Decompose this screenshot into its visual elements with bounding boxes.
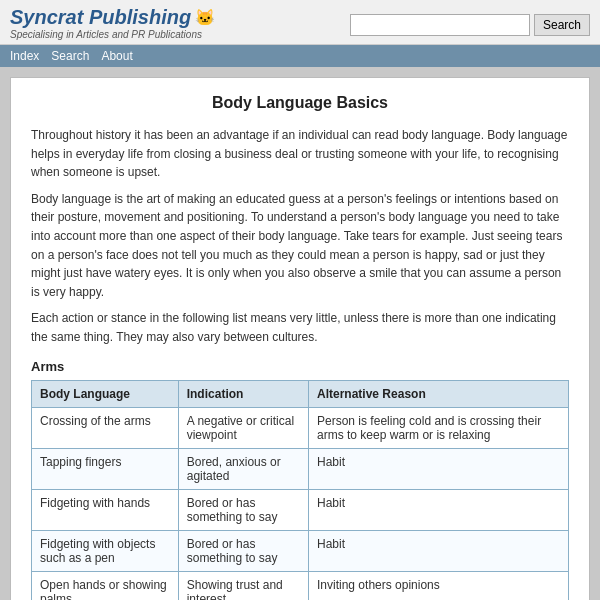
search-input[interactable]: [350, 14, 530, 36]
logo-brand-text: Publishing: [89, 6, 191, 28]
table-row: Open hands or showing palmsShowing trust…: [32, 571, 569, 600]
logo-subtitle: Specialising in Articles and PR Publicat…: [10, 29, 215, 40]
cell-body-language: Fidgeting with hands: [32, 489, 179, 530]
table-row: Fidgeting with handsBored or has somethi…: [32, 489, 569, 530]
cell-body-language: Fidgeting with objects such as a pen: [32, 530, 179, 571]
cell-indication: Bored, anxious or agitated: [178, 448, 308, 489]
navbar: Index Search About: [0, 45, 600, 67]
cell-alternative: Person is feeling cold and is crossing t…: [309, 407, 569, 448]
header: Syncrat Publishing 🐱 Specialising in Art…: [0, 0, 600, 45]
col-header-indication: Indication: [178, 380, 308, 407]
logo-title-text: Syncrat: [10, 6, 83, 28]
logo-area: Syncrat Publishing 🐱 Specialising in Art…: [10, 6, 215, 40]
cell-indication: Bored or has something to say: [178, 489, 308, 530]
cell-alternative: Inviting others opinions: [309, 571, 569, 600]
cell-alternative: Habit: [309, 530, 569, 571]
search-button[interactable]: Search: [534, 14, 590, 36]
cell-alternative: Habit: [309, 489, 569, 530]
col-header-alternative: Alternative Reason: [309, 380, 569, 407]
cell-alternative: Habit: [309, 448, 569, 489]
cell-body-language: Crossing of the arms: [32, 407, 179, 448]
search-area: Search: [350, 14, 590, 36]
table-body: Crossing of the armsA negative or critic…: [32, 407, 569, 600]
intro-text: Throughout history it has been an advant…: [31, 126, 569, 347]
nav-item-index[interactable]: Index: [10, 49, 39, 63]
cell-indication: Bored or has something to say: [178, 530, 308, 571]
section-heading: Arms: [31, 359, 569, 374]
cell-indication: Showing trust and interest: [178, 571, 308, 600]
main-content: Body Language Basics Throughout history …: [10, 77, 590, 600]
table-row: Crossing of the armsA negative or critic…: [32, 407, 569, 448]
intro-para-2: Body language is the art of making an ed…: [31, 190, 569, 302]
intro-para-3: Each action or stance in the following l…: [31, 309, 569, 346]
logo-title: Syncrat Publishing: [10, 6, 191, 29]
page-title: Body Language Basics: [31, 94, 569, 112]
table-header-row: Body Language Indication Alternative Rea…: [32, 380, 569, 407]
cell-body-language: Tapping fingers: [32, 448, 179, 489]
body-language-table: Body Language Indication Alternative Rea…: [31, 380, 569, 600]
nav-item-search[interactable]: Search: [51, 49, 89, 63]
intro-para-1: Throughout history it has been an advant…: [31, 126, 569, 182]
cell-body-language: Open hands or showing palms: [32, 571, 179, 600]
table-row: Fidgeting with objects such as a penBore…: [32, 530, 569, 571]
col-header-body-language: Body Language: [32, 380, 179, 407]
cat-icon: 🐱: [195, 8, 215, 27]
cell-indication: A negative or critical viewpoint: [178, 407, 308, 448]
nav-item-about[interactable]: About: [101, 49, 132, 63]
logo-brand: Syncrat Publishing 🐱: [10, 6, 215, 29]
table-row: Tapping fingersBored, anxious or agitate…: [32, 448, 569, 489]
